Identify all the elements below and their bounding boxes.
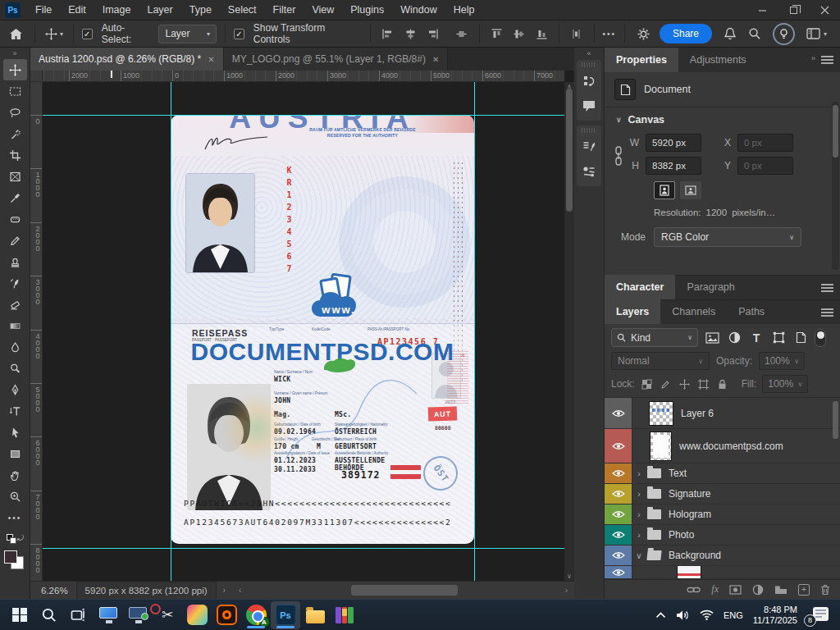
menu-item[interactable]: File [27,0,60,20]
show-transform-checkbox[interactable]: ✓ [234,29,244,39]
eyedropper-tool[interactable] [3,187,27,208]
eraser-tool[interactable] [3,294,27,315]
layer-visibility-eye[interactable] [605,484,632,504]
brush-settings-panel-icon[interactable] [577,135,601,159]
layer-name[interactable]: Background [669,550,721,561]
guide-horizontal-bottom[interactable] [43,548,564,549]
horizontal-scrollbar[interactable] [253,582,558,599]
width-field[interactable]: 5920 px [646,134,701,152]
filter-adjustment-layers-icon[interactable] [726,330,742,346]
orientation-portrait-button[interactable] [654,181,675,199]
discover-lightbulb-icon[interactable] [773,23,795,45]
adobe-app-icon[interactable] [212,601,241,629]
vertical-ruler[interactable]: 010002000300040005000600070008000 [30,82,43,581]
dodge-tool[interactable] [3,358,27,379]
remote-desktop-icon[interactable] [94,601,123,629]
pencil-tool[interactable] [3,230,27,251]
menu-item[interactable]: Plugins [342,0,392,20]
notification-center-icon[interactable]: 8 [807,606,829,624]
align-vertical-centers-icon[interactable] [510,24,527,43]
hscroll-right-arrow[interactable]: › [559,586,574,595]
layer-row[interactable]: › Signature [605,484,840,504]
layer-thumbnail[interactable] [677,566,701,579]
filter-type-layers-icon[interactable]: T [748,330,765,346]
magic-wand-tool[interactable] [3,123,27,144]
path-selection-tool[interactable] [3,422,27,443]
tab-layers[interactable]: Layers [605,299,660,324]
horizontal-scrollbar-thumb[interactable] [351,585,458,596]
more-options-icon[interactable]: ••• [602,30,616,39]
close-tab-icon[interactable]: ✕ [432,55,439,64]
restore-button[interactable] [778,0,809,20]
status-info-chevron[interactable]: › [217,586,232,595]
vertical-scrollbar-thumb[interactable] [566,89,573,212]
layer-filter-kind-dropdown[interactable]: Kind ∨ [611,328,698,347]
menu-item[interactable]: Type [181,0,220,20]
horizontal-ruler[interactable]: 2000100001000200030004000500060007000 [43,71,564,82]
menu-item[interactable]: Help [445,0,483,20]
auto-select-target-dropdown[interactable]: Layer▾ [158,25,217,43]
canvas-section-header[interactable]: ∨ Canvas [616,114,829,126]
layer-name[interactable]: Signature [669,488,710,500]
height-field[interactable]: 8382 px [646,157,701,175]
foreground-color-swatch[interactable] [4,550,17,564]
menu-item[interactable]: Image [94,0,139,20]
menu-item[interactable]: View [304,0,342,20]
start-button[interactable] [5,601,34,629]
foreground-background-swatches[interactable] [4,548,25,569]
layer-row[interactable]: www.documentpsd.com [605,429,840,463]
tray-chevron-icon[interactable] [655,612,666,619]
volume-icon[interactable] [676,609,690,621]
menu-item[interactable]: Edit [60,0,94,20]
layer-visibility-eye[interactable] [605,504,632,524]
lock-transparency-icon[interactable] [641,377,654,390]
wifi-icon[interactable] [700,609,714,620]
zoom-tool[interactable] [3,486,27,507]
layer-styles-fx-icon[interactable]: fx [711,583,719,596]
collapse-dock-icon[interactable]: » [811,54,815,62]
layer-visibility-eye[interactable] [605,429,632,463]
layer-row[interactable]: › Hologram [605,504,840,525]
lock-all-icon[interactable] [716,377,729,390]
share-button[interactable]: Share [660,24,712,43]
guide-vertical-left[interactable] [171,82,171,581]
layers-scrollbar[interactable] [832,399,839,578]
auto-select-checkbox[interactable]: ✓ [82,29,93,39]
tab-paragraph[interactable]: Paragraph [675,275,746,299]
snipping-tool-icon[interactable]: ✂ [153,601,182,629]
minimize-button[interactable] [746,0,778,20]
layer-group-chevron[interactable]: › [632,531,646,540]
align-bottom-edges-icon[interactable] [533,24,550,43]
hand-tool[interactable] [3,464,27,486]
language-indicator[interactable]: ENG [724,610,743,620]
toolbar-more-icon[interactable]: ••• [3,507,27,528]
filter-pixel-layers-icon[interactable] [704,330,720,346]
creative-cloud-icon[interactable] [182,601,212,629]
delete-layer-icon[interactable] [820,584,830,596]
lock-position-icon[interactable] [678,377,692,390]
type-tool[interactable] [3,400,27,422]
tab-adjustments[interactable]: Adjustments [678,48,758,72]
menu-item[interactable]: Layer [139,0,180,20]
photoshop-taskbar-icon[interactable]: Ps [271,601,300,629]
toolbar-collapse-icon[interactable]: » [0,48,30,59]
tab-paths[interactable]: Paths [727,299,776,324]
history-panel-icon[interactable] [577,69,601,94]
layer-group-chevron[interactable]: › [632,490,646,499]
layer-visibility-eye[interactable] [605,546,632,565]
new-layer-icon[interactable]: + [798,584,810,596]
layer-name[interactable]: Layer 6 [681,408,714,419]
menu-item[interactable]: Window [392,0,445,20]
layer-visibility-eye[interactable] [605,566,632,578]
y-field[interactable]: 0 px [737,157,793,175]
menu-item[interactable]: Filter [265,0,304,20]
panel-menu-icon[interactable] [821,284,833,292]
panel-menu-icon[interactable] [821,308,833,317]
guide-horizontal-top[interactable] [43,115,564,116]
clone-stamp-tool[interactable] [3,251,27,272]
layer-row[interactable]: Layer 6 [605,398,840,429]
layer-name[interactable]: Photo [669,529,694,541]
link-dimensions-icon[interactable] [613,145,624,167]
passport-document[interactable]: AUSTRIA RAUM FÜR AMTLICHE VERMERKE DER B… [171,115,474,544]
layer-row[interactable]: › Photo [605,525,840,546]
